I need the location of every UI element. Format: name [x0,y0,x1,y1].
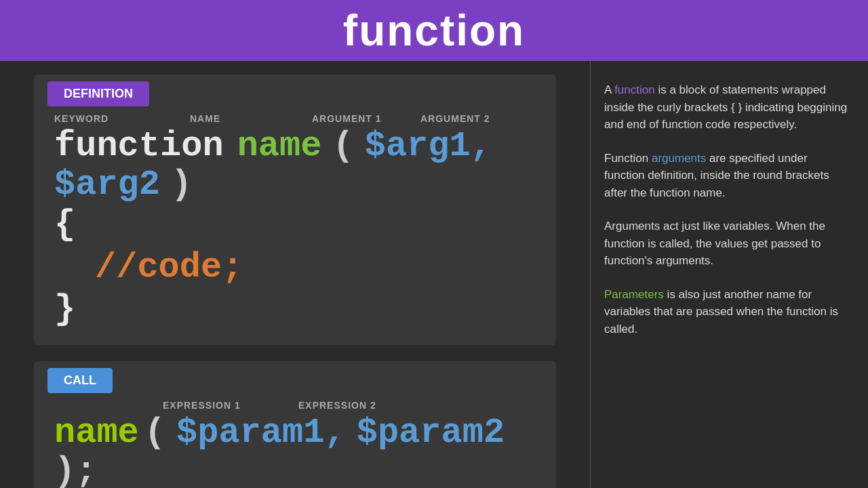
call-section: CALL EXPRESSION 1 EXPRESSION 2 name ( $p… [34,361,556,488]
right-para2: Function arguments are specified under f… [604,150,848,202]
def-code-block: { //code; } [47,204,542,331]
para2-before: Function [604,152,652,165]
right-panel: A function is a block of statements wrap… [591,61,868,488]
paren-close-token: ) [171,165,192,204]
para1-accent: function [614,83,655,96]
para1-before: A [604,83,614,96]
call-name-token: name [54,413,139,452]
definition-labels-row: KEYWORD NAME ARGUMENT 1 ARGUMENT 2 [47,113,542,124]
call-code-line: name ( $param1, $param2 ); [47,413,542,488]
arg1-token: $arg1, [365,127,492,165]
call-labels-row: EXPRESSION 1 EXPRESSION 2 [47,400,542,411]
definition-section: DEFINITION KEYWORD NAME ARGUMENT 1 ARGUM… [34,75,556,345]
call-label: CALL [47,368,113,393]
keyword-token: function [54,127,224,165]
paren-open-token: ( [332,127,353,165]
arg2-label: ARGUMENT 2 [420,113,529,124]
call-param2-token: $param2 [357,413,505,452]
keyword-label: KEYWORD [54,113,190,124]
definition-label: DEFINITION [47,81,149,106]
page-header: function [0,0,868,61]
name-label: NAME [190,113,312,124]
expr1-label: EXPRESSION 1 [163,400,298,411]
comment-token: //code; [54,247,542,289]
right-para4: Parameters is also just another name for… [604,286,848,338]
left-panel: DEFINITION KEYWORD NAME ARGUMENT 1 ARGUM… [0,61,590,488]
right-para1: A function is a block of statements wrap… [604,81,848,134]
page-title: function [343,5,525,56]
expr2-label: EXPRESSION 2 [298,400,434,411]
call-paren-close: ); [54,452,96,488]
call-paren-open: ( [144,413,165,452]
main-content: DEFINITION KEYWORD NAME ARGUMENT 1 ARGUM… [0,61,868,488]
call-param1-token: $param1, [176,413,346,452]
def-code-line1: function name ( $arg1, $arg2 ) [47,127,542,204]
para4-accent: Parameters [604,288,664,301]
arg1-label: ARGUMENT 1 [312,113,420,124]
arg2-token: $arg2 [54,165,160,204]
right-para3: Arguments act just like variables. When … [604,218,848,270]
brace-open-token: { [54,204,542,246]
name-token: name [237,127,322,165]
brace-close-token: } [54,289,542,331]
para2-accent: arguments [652,152,706,165]
